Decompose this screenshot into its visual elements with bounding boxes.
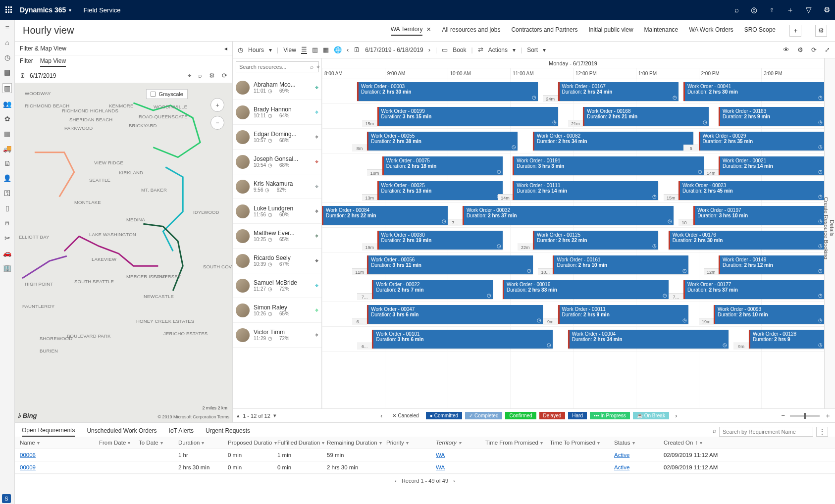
work-order-block[interactable]: Work Order - 00056Duration: 3 hrs 11 min… — [367, 255, 533, 274]
date-range[interactable]: 6/17/2019 - 6/18/2019 — [365, 47, 423, 53]
location-pin-icon[interactable]: ⌖ — [315, 306, 318, 314]
filter-dropdown-icon[interactable]: ▾ — [37, 440, 40, 446]
filter-dropdown-icon[interactable]: ▾ — [322, 440, 324, 446]
resource-row[interactable]: Victor Timm 11:29◷72% ⌖ — [233, 323, 321, 348]
clock2-icon[interactable]: ◷ — [238, 46, 243, 53]
grid-prev-icon[interactable]: ‹ — [395, 478, 397, 484]
book-icon[interactable]: ▭ — [442, 46, 448, 53]
requirements-tab[interactable]: Urgent Requests — [206, 427, 250, 436]
filter-date[interactable]: 6/17/2019 — [30, 72, 56, 79]
car-icon[interactable]: 🚗 — [3, 249, 11, 257]
work-order-block[interactable]: Work Order - 00041Duration: 2 hrs 30 min… — [683, 82, 824, 101]
work-order-block[interactable]: Work Order - 00167Duration: 2 hrs 24 min… — [558, 82, 678, 101]
target-icon[interactable]: ◎ — [751, 5, 757, 15]
location-pin-icon[interactable]: ⌖ — [315, 84, 318, 92]
resource-row[interactable]: Luke Lundgren 11:56◷60% ⌖ — [233, 199, 321, 224]
building-icon[interactable]: 🏢 — [3, 264, 11, 272]
gear2-icon[interactable]: ⚙ — [209, 72, 215, 80]
work-order-block[interactable]: Work Order - 00101Duration: 3 hrs 6 min◷ — [372, 330, 553, 349]
requirements-tab[interactable]: Open Requirements — [22, 427, 75, 437]
view-tab[interactable]: WA Work Orders — [689, 26, 733, 35]
work-order-block[interactable]: Work Order - 00022Duration: 2 hrs 7 min◷ — [372, 280, 492, 299]
location-pin-icon[interactable]: ⌖ — [315, 232, 318, 240]
work-order-block[interactable]: Work Order - 00055Duration: 2 hrs 38 min… — [367, 132, 518, 151]
view-col-icon[interactable]: ▥ — [312, 46, 318, 53]
view-tab[interactable]: Contractors and Partners — [511, 26, 577, 35]
more-icon[interactable]: ⋮ — [816, 427, 828, 437]
refresh-icon[interactable]: ⟳ — [222, 72, 227, 80]
location-pin-icon[interactable]: ⌖ — [315, 257, 318, 265]
page-down-icon[interactable]: ▾ — [273, 412, 276, 419]
view-tab[interactable]: SRO Scope — [744, 26, 776, 35]
filter-dropdown-icon[interactable]: ▾ — [160, 440, 163, 446]
map-canvas[interactable]: Grayscale ＋ − WoodwayRichmond Bea — [15, 83, 232, 422]
work-order-block[interactable]: Work Order - 00168Duration: 2 hrs 21 min… — [583, 107, 709, 126]
location-pin-icon[interactable]: ⌖ — [315, 158, 318, 166]
work-order-block[interactable]: Work Order - 00025Duration: 2 hrs 13 min… — [377, 181, 503, 200]
location-pin-icon[interactable]: ⌖ — [315, 207, 318, 215]
list-icon[interactable]: ▥ — [2, 83, 12, 93]
work-order-block[interactable]: Work Order - 00082Duration: 2 hrs 34 min… — [533, 132, 693, 151]
cal2-icon[interactable]: 🗓 — [354, 46, 360, 53]
view-settings-button[interactable]: ⚙ — [815, 25, 827, 37]
filter-dropdown-icon[interactable]: ▾ — [632, 440, 635, 446]
column-header[interactable]: Territory — [436, 440, 457, 446]
resource-row[interactable]: Brady Hannon 10:11◷64% ⌖ — [233, 100, 321, 125]
legend-next-icon[interactable]: › — [675, 412, 677, 419]
legend-item[interactable]: ●Committed — [426, 412, 462, 419]
view-list-icon[interactable]: ☰ — [301, 46, 307, 54]
next-icon[interactable]: › — [428, 46, 430, 53]
view-tab[interactable]: Initial public view — [589, 26, 633, 35]
column-header[interactable]: Time To Promised — [550, 440, 595, 446]
presence-badge[interactable]: S — [2, 494, 11, 503]
brand[interactable]: Dynamics 365 — [20, 6, 66, 14]
clock-icon[interactable]: ◷ — [4, 53, 10, 61]
resource-row[interactable]: Kris Nakamura 9:56◷62% ⌖ — [233, 174, 321, 199]
actions-icon[interactable]: ⇄ — [478, 46, 483, 53]
column-header[interactable]: Proposed Duratio — [228, 440, 272, 446]
location-pin-icon[interactable]: ⌖ — [315, 133, 318, 141]
view-tab[interactable]: All resources and jobs — [442, 26, 500, 35]
page-icon[interactable]: ▯ — [5, 204, 9, 212]
person-icon[interactable]: 👤 — [3, 174, 11, 182]
prev-icon[interactable]: ‹ — [347, 46, 349, 53]
requirement-row[interactable]: 000092 hrs 30 min0 min0 min2 hrs 30 minW… — [15, 461, 835, 474]
search3-icon[interactable]: ⌕ — [713, 427, 716, 436]
refresh2-icon[interactable]: ⟳ — [811, 46, 817, 53]
app-launcher-icon[interactable] — [5, 6, 13, 14]
location-pin-icon[interactable]: ⌖ — [315, 183, 318, 191]
bulb-icon[interactable]: ♀ — [769, 5, 775, 15]
view-grid-icon[interactable]: ▦ — [323, 46, 329, 53]
close-view-icon[interactable]: ✕ — [426, 26, 431, 35]
search-requirements-input[interactable] — [719, 427, 813, 437]
tool-icon[interactable]: ✂ — [4, 234, 10, 242]
filter-tab[interactable]: Filter — [20, 57, 33, 67]
expand-icon[interactable]: ⤢ — [825, 46, 830, 53]
search-icon[interactable]: ⌕ — [734, 5, 739, 15]
work-order-block[interactable]: Work Order - 00149Duration: 2 hrs 12 min… — [719, 255, 824, 274]
grid2-icon[interactable]: ▦ — [4, 130, 10, 138]
cube-icon[interactable]: ⧈ — [5, 219, 9, 227]
chevron-down-icon[interactable]: ▾ — [69, 7, 71, 13]
requirement-row[interactable]: 000061 hr0 min1 min59 minWAActive02/09/2… — [15, 449, 835, 461]
work-order-block[interactable]: Work Order - 00030Duration: 2 hrs 19 min… — [377, 231, 503, 250]
work-order-block[interactable]: Work Order - 00111Duration: 2 hrs 14 min… — [513, 181, 658, 200]
column-header[interactable]: Name — [20, 440, 35, 446]
filter-icon[interactable]: ▽ — [806, 5, 812, 15]
zoom-in2-icon[interactable]: ＋ — [825, 411, 831, 420]
legend-item[interactable]: ✕Canceled — [388, 412, 422, 419]
work-order-block[interactable]: Work Order - 00176Duration: 2 hrs 30 min… — [669, 231, 824, 250]
legend-item[interactable]: •••In Progress — [590, 412, 630, 419]
view-tab[interactable]: Maintenance — [644, 26, 678, 35]
column-header[interactable]: Remaining Duration — [327, 440, 377, 446]
resource-row[interactable]: Simon Raley 10:26◷65% ⌖ — [233, 298, 321, 323]
work-order-block[interactable]: Work Order - 00032Duration: 2 hrs 37 min… — [463, 206, 674, 225]
home-icon[interactable]: ⌂ — [5, 39, 9, 47]
locate-icon[interactable]: ⌖ — [188, 72, 191, 80]
clipboard-icon[interactable]: ▤ — [4, 68, 10, 76]
resource-row[interactable]: Samuel McBride 11:27◷72% ⌖ — [233, 273, 321, 298]
collapse-left-icon[interactable]: ◂ — [224, 45, 227, 52]
column-header[interactable]: Priority — [386, 440, 404, 446]
filter-dropdown-icon[interactable]: ▾ — [459, 440, 461, 446]
filter-dropdown-icon[interactable]: ▾ — [597, 440, 600, 446]
